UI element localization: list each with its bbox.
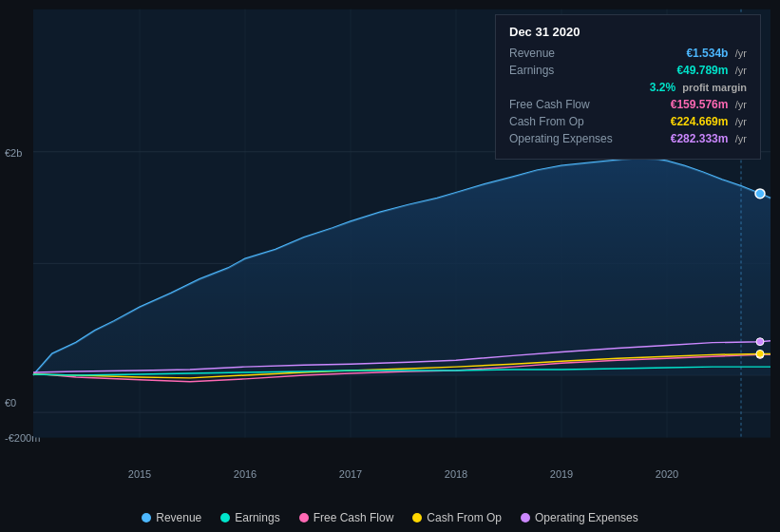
tooltip-value-opex: €282.333m /yr	[671, 132, 747, 145]
legend-item-cfo[interactable]: Cash From Op	[412, 511, 502, 524]
legend-item-earnings[interactable]: Earnings	[220, 511, 279, 524]
x-label-2019: 2019	[550, 468, 573, 480]
tooltip-label-cfo: Cash From Op	[509, 115, 584, 128]
x-label-2016: 2016	[234, 468, 257, 480]
legend-dot-earnings	[220, 513, 230, 522]
x-label-2018: 2018	[445, 468, 467, 480]
legend-label-revenue: Revenue	[156, 511, 201, 524]
legend-label-earnings: Earnings	[235, 511, 279, 524]
svg-point-12	[755, 189, 765, 199]
legend-label-fcf: Free Cash Flow	[314, 511, 394, 524]
tooltip-label-fcf: Free Cash Flow	[509, 98, 590, 111]
tooltip-row-margin: 3.2% profit margin	[509, 81, 747, 94]
tooltip-value-earnings: €49.789m /yr	[676, 64, 747, 77]
legend-item-fcf[interactable]: Free Cash Flow	[299, 511, 394, 524]
tooltip-panel: Dec 31 2020 Revenue €1.534b /yr Earnings…	[495, 14, 761, 160]
legend-item-revenue[interactable]: Revenue	[142, 511, 201, 524]
tooltip-value-fcf: €159.576m /yr	[671, 98, 747, 111]
tooltip-value-cfo: €224.669m /yr	[671, 115, 747, 128]
tooltip-label-opex: Operating Expenses	[509, 132, 613, 145]
x-label-2015: 2015	[128, 468, 151, 480]
legend-label-cfo: Cash From Op	[427, 511, 502, 524]
legend-dot-cfo	[412, 513, 422, 522]
legend-label-opex: Operating Expenses	[535, 511, 638, 524]
svg-point-13	[756, 338, 764, 346]
tooltip-row-fcf: Free Cash Flow €159.576m /yr	[509, 98, 747, 111]
legend-dot-fcf	[299, 513, 309, 522]
tooltip-label-revenue: Revenue	[509, 47, 555, 60]
tooltip-row-cfo: Cash From Op €224.669m /yr	[509, 115, 747, 128]
tooltip-value-revenue: €1.534b /yr	[686, 47, 747, 60]
legend-item-opex[interactable]: Operating Expenses	[521, 511, 638, 524]
x-label-2020: 2020	[656, 468, 678, 480]
chart-legend: Revenue Earnings Free Cash Flow Cash Fro…	[0, 511, 780, 524]
svg-point-15	[756, 350, 764, 357]
legend-dot-opex	[521, 513, 530, 522]
tooltip-label-earnings: Earnings	[509, 64, 554, 77]
legend-dot-revenue	[142, 513, 151, 522]
x-label-2017: 2017	[339, 468, 362, 480]
tooltip-row-earnings: Earnings €49.789m /yr	[509, 64, 747, 77]
tooltip-row-revenue: Revenue €1.534b /yr	[509, 47, 747, 60]
tooltip-value-margin: 3.2% profit margin	[650, 81, 747, 94]
tooltip-row-opex: Operating Expenses €282.333m /yr	[509, 132, 747, 145]
tooltip-date: Dec 31 2020	[509, 25, 747, 39]
